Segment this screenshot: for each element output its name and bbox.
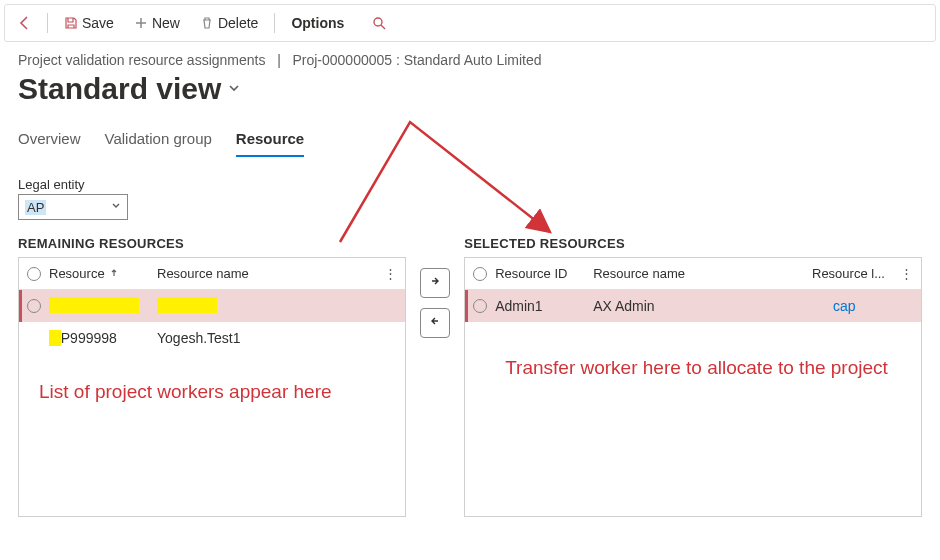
grid-more-button[interactable]: ⋮ [384,266,397,281]
transfer-buttons [420,268,450,338]
breadcrumb: Project validation resource assignments … [18,52,922,68]
col-resource-name[interactable]: Resource name [593,266,804,281]
col-resource-legal[interactable]: Resource l... [812,266,892,281]
delete-label: Delete [218,15,258,31]
grid-more-button[interactable]: ⋮ [900,266,913,281]
more-vertical-icon: ⋮ [384,266,397,281]
cell-resource-name: AX Admin [593,298,825,314]
save-disk-icon [64,16,78,30]
tab-strip: Overview Validation group Resource [18,124,922,157]
tab-resource[interactable]: Resource [236,124,304,157]
col-resource-name[interactable]: Resource name [157,266,376,281]
selected-grid: Resource ID Resource name Resource l... … [464,257,922,517]
plus-icon [134,16,148,30]
legal-entity-field: Legal entity AP [18,177,922,220]
remaining-grid-header: Resource Resource name ⋮ [19,258,405,290]
selected-panel: SELECTED RESOURCES Resource ID Resource … [464,236,922,517]
select-all-radio[interactable] [473,267,487,281]
options-label: Options [291,15,344,31]
move-left-button[interactable] [420,308,450,338]
row-radio[interactable] [473,299,487,313]
sort-asc-icon [109,266,119,281]
arrow-right-icon [428,274,442,292]
cell-resource-legal: cap [833,298,913,314]
select-all-radio[interactable] [27,267,41,281]
move-right-button[interactable] [420,268,450,298]
selected-title: SELECTED RESOURCES [464,236,922,251]
cell-resource [49,297,149,316]
back-arrow-icon [17,15,33,31]
new-label: New [152,15,180,31]
row-radio[interactable] [27,299,41,313]
legal-entity-value: AP [25,200,46,215]
search-icon [372,16,387,31]
breadcrumb-context: Proj-000000005 : Standard Auto Limited [292,52,541,68]
arrow-left-icon [428,314,442,332]
more-vertical-icon: ⋮ [900,266,913,281]
page-title: Standard view [18,72,221,106]
legal-entity-label: Legal entity [18,177,922,192]
save-button[interactable]: Save [56,11,122,35]
table-row[interactable] [19,290,405,322]
col-resource[interactable]: Resource [49,266,149,281]
toolbar-divider [47,13,48,33]
options-button[interactable]: Options [283,11,352,35]
remaining-panel: REMAINING RESOURCES Resource Resource na… [18,236,406,517]
view-switcher[interactable]: Standard view [18,72,922,106]
table-row[interactable]: P999998 Yogesh.Test1 [19,322,405,354]
legal-entity-select[interactable]: AP [18,194,128,220]
search-button[interactable] [366,12,393,35]
command-bar: Save New Delete Options [4,4,936,42]
breadcrumb-sep: | [277,52,281,68]
toolbar-divider [274,13,275,33]
new-button[interactable]: New [126,11,188,35]
tab-validation-group[interactable]: Validation group [105,124,212,157]
save-label: Save [82,15,114,31]
delete-button[interactable]: Delete [192,11,266,35]
chevron-down-icon [227,79,241,100]
back-button[interactable] [11,11,39,35]
cell-resource-name: Yogesh.Test1 [157,330,397,346]
annotation-text: List of project workers appear here [19,354,405,407]
svg-point-0 [374,18,382,26]
selected-grid-header: Resource ID Resource name Resource l... … [465,258,921,290]
table-row[interactable]: Admin1 AX Admin cap [465,290,921,322]
annotation-text: Transfer worker here to allocate to the … [505,354,888,383]
cell-resource-id: Admin1 [495,298,585,314]
cell-resource: P999998 [49,330,149,346]
trash-icon [200,16,214,30]
chevron-down-icon [111,201,121,213]
remaining-title: REMAINING RESOURCES [18,236,406,251]
breadcrumb-module: Project validation resource assignments [18,52,265,68]
remaining-grid: Resource Resource name ⋮ [18,257,406,517]
tab-overview[interactable]: Overview [18,124,81,157]
col-resource-id[interactable]: Resource ID [495,266,585,281]
cell-resource-name [157,297,397,316]
